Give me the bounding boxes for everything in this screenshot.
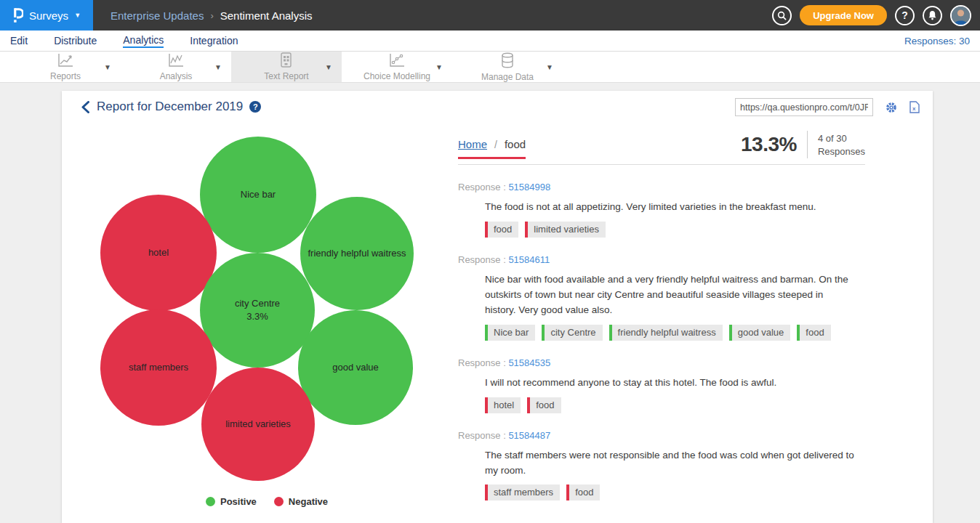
legend-item-positive: Positive <box>206 496 257 507</box>
menu-item-integration[interactable]: Integration <box>190 35 238 47</box>
chevron-down-icon[interactable]: ▼ <box>325 63 332 71</box>
responses-count-detail: 4 of 30 Responses <box>818 131 865 158</box>
toolbar-item-label: Analysis <box>160 71 193 81</box>
bubble-label: hotel <box>148 246 169 259</box>
sentiment-bubble-chart: Nice barhotelfriendly helpful waitressci… <box>62 91 458 523</box>
tag-friendly-helpful-waitress[interactable]: friendly helpful waitress <box>609 325 723 341</box>
export-document-icon: x <box>909 101 920 113</box>
questionpro-logo-icon <box>12 7 23 23</box>
response-label: Response : 51584535 <box>458 357 865 368</box>
tag-food[interactable]: food <box>485 222 518 238</box>
chevron-down-icon[interactable]: ▼ <box>435 63 443 71</box>
bubble-label: city Centre3.3% <box>235 297 280 323</box>
toolbar-item-text-report[interactable]: Text Report▼ <box>231 52 342 82</box>
bubble-nice-bar[interactable]: Nice bar <box>200 137 316 253</box>
response-label: Response : 51584998 <box>458 182 865 192</box>
survey-menu-bar: EditDistributeAnalyticsIntegration Respo… <box>0 31 980 52</box>
panel-breadcrumb-current: food <box>505 138 526 150</box>
percentage-value: 13.3% <box>741 133 797 156</box>
menu-item-edit[interactable]: Edit <box>10 35 28 47</box>
tag-good-value[interactable]: good value <box>729 325 791 341</box>
response-id-link[interactable]: 51584487 <box>508 430 550 441</box>
response-block: Response : 51584998The food is not at al… <box>458 182 865 238</box>
analysis-chart-icon <box>168 53 184 70</box>
toolbar-item-analysis[interactable]: Analysis▼ <box>121 52 231 82</box>
breadcrumb: Enterprise Updates › Sentiment Analysis <box>111 9 312 22</box>
search-button[interactable] <box>772 6 792 25</box>
response-block: Response : 51584487The staff members wer… <box>458 430 865 501</box>
tag-hotel[interactable]: hotel <box>485 397 521 413</box>
choice-modelling-icon <box>389 53 405 70</box>
database-icon <box>500 52 515 71</box>
analytics-toolbar: Reports▼Analysis▼Text Report▼Choice Mode… <box>0 52 980 83</box>
menu-item-distribute[interactable]: Distribute <box>54 35 97 47</box>
panel-breadcrumb-home[interactable]: Home <box>458 138 487 150</box>
settings-button[interactable] <box>885 102 897 113</box>
bubble-limited-varieties[interactable]: limited varieties <box>201 368 315 481</box>
response-tags: staff membersfood <box>485 485 865 500</box>
tag-food[interactable]: food <box>527 397 561 413</box>
response-text: The staff members were not responsible a… <box>485 448 854 479</box>
export-report-button[interactable]: x <box>909 101 920 113</box>
response-text: Nice bar with food available and a very … <box>485 272 854 318</box>
response-tags: hotelfood <box>485 397 865 413</box>
gear-icon <box>885 102 897 113</box>
bubble-city-centre[interactable]: city Centre3.3% <box>200 253 315 368</box>
chevron-down-icon[interactable]: ▼ <box>546 63 553 71</box>
upgrade-now-button[interactable]: Upgrade Now <box>800 5 887 25</box>
toolbar-item-label: Text Report <box>264 71 308 81</box>
chevron-down-icon[interactable]: ▼ <box>214 63 222 71</box>
toolbar-item-label: Reports <box>50 71 81 81</box>
responses-count[interactable]: Responses: 30 <box>904 36 970 46</box>
response-tags: foodlimited varieties <box>485 222 865 238</box>
tag-food[interactable]: food <box>797 325 830 341</box>
question-mark-icon: ? <box>901 9 908 21</box>
tag-food[interactable]: food <box>566 485 600 500</box>
response-block: Response : 51584535I will not recommend … <box>458 357 865 413</box>
response-id-link[interactable]: 51584611 <box>508 254 550 265</box>
top-bar: Surveys ▼ Enterprise Updates › Sentiment… <box>0 0 980 31</box>
response-label: Response : 51584611 <box>458 254 865 265</box>
breadcrumb-current: Sentiment Analysis <box>220 9 313 22</box>
user-avatar[interactable] <box>950 5 971 26</box>
tag-nice-bar[interactable]: Nice bar <box>485 325 535 341</box>
notifications-button[interactable] <box>923 6 942 25</box>
response-text: The food is not at all appetizing. Very … <box>485 200 854 215</box>
tag-limited-varieties[interactable]: limited varieties <box>525 222 606 238</box>
response-label: Response : 51584487 <box>458 430 865 441</box>
toolbar-item-choice-modelling[interactable]: Choice Modelling▼ <box>342 52 452 82</box>
tag-staff-members[interactable]: staff members <box>485 485 560 500</box>
help-button[interactable]: ? <box>895 6 915 25</box>
tag-city-centre[interactable]: city Centre <box>542 325 602 341</box>
chart-legend: PositiveNegative <box>206 496 328 507</box>
search-icon <box>777 11 787 20</box>
legend-dot-icon <box>274 497 284 506</box>
bubble-label: Nice bar <box>241 188 276 201</box>
response-id-link[interactable]: 51584998 <box>508 182 550 192</box>
bubble-staff-members[interactable]: staff members <box>100 309 217 426</box>
bell-icon <box>928 10 937 20</box>
line-chart-icon <box>57 53 73 70</box>
response-id-link[interactable]: 51584535 <box>508 357 550 368</box>
bubble-hotel[interactable]: hotel <box>100 195 217 311</box>
toolbar-item-label: Manage Data <box>481 72 534 82</box>
bubble-friendly-helpful-waitress[interactable]: friendly helpful waitress <box>300 197 414 310</box>
share-url-input[interactable] <box>735 98 873 116</box>
chevron-down-icon[interactable]: ▼ <box>104 63 111 71</box>
legend-dot-icon <box>206 497 215 506</box>
toolbar-item-manage-data[interactable]: Manage Data▼ <box>452 52 563 82</box>
legend-item-negative: Negative <box>274 496 328 507</box>
toolbar-item-reports[interactable]: Reports▼ <box>10 52 121 82</box>
menu-item-analytics[interactable]: Analytics <box>123 34 164 48</box>
responses-panel: Home / food 13.3% 4 of 30 Responses Resp… <box>458 131 865 500</box>
bubble-good-value[interactable]: good value <box>298 310 413 425</box>
report-card: Report for December 2019 ? x Nice barhot… <box>62 91 933 523</box>
breadcrumb-parent[interactable]: Enterprise Updates <box>111 9 204 22</box>
legend-label: Negative <box>289 496 328 507</box>
svg-text:x: x <box>912 105 916 112</box>
response-block: Response : 51584611Nice bar with food av… <box>458 254 865 341</box>
breadcrumb-separator: › <box>210 10 213 21</box>
surveys-product-switcher[interactable]: Surveys ▼ <box>0 0 93 31</box>
divider <box>458 164 865 165</box>
toolbar-item-label: Choice Modelling <box>364 71 430 81</box>
